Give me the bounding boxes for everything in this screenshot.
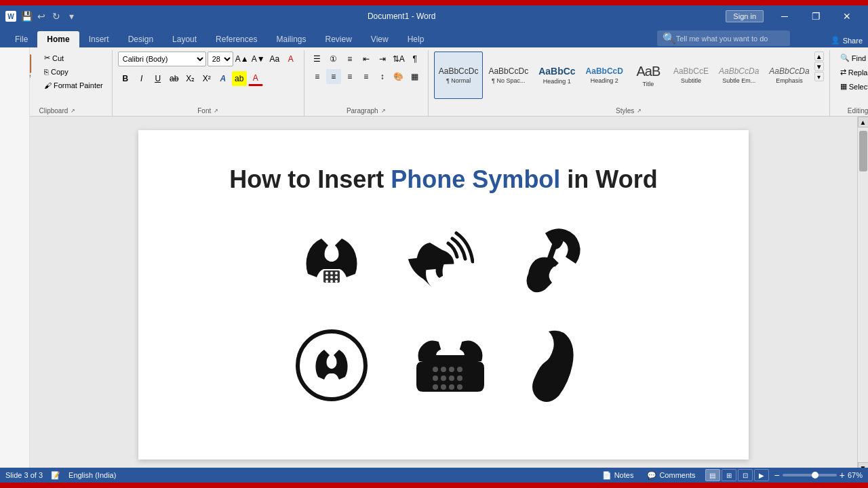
format-painter-icon: 🖌 [44,81,52,89]
comments-icon: 💬 [647,471,656,480]
styles-scroll-up[interactable]: ▲ [814,52,824,61]
redo-button[interactable]: ↻ [50,10,62,22]
svg-point-14 [457,367,462,372]
style-heading2[interactable]: AaBbCcD Heading 2 [581,52,628,99]
increase-indent-button[interactable]: ⇥ [375,52,390,66]
style-no-space[interactable]: AaBbCcDc ¶ No Spac... [484,52,533,99]
tab-home[interactable]: Home [37,31,79,47]
align-center-button[interactable]: ≡ [326,69,341,84]
undo-button[interactable]: ↩ [35,10,47,22]
style-subtitle-label: Subtitle [681,77,701,84]
word-icon: W [5,11,16,22]
tab-references[interactable]: References [206,31,267,47]
ribbon-search[interactable]: 🔍 [657,30,790,46]
styles-expand[interactable]: ▾ [814,72,824,81]
clipboard-expand-icon[interactable]: ↗ [71,108,75,114]
slideshow-button[interactable]: ▶ [754,469,769,481]
tab-layout[interactable]: Layout [163,31,206,47]
multilevel-list-button[interactable]: ≡ [342,52,357,66]
handset-icon [515,223,589,307]
clear-format-button[interactable]: A [283,52,298,66]
style-emphasis[interactable]: AaBbCcDa Emphasis [764,52,814,99]
scroll-thumb[interactable] [859,131,867,171]
style-heading1[interactable]: AaBbCc Heading 1 [534,52,580,99]
decrease-indent-button[interactable]: ⇤ [359,52,374,66]
font-size-select[interactable]: 28 [208,52,233,66]
line-spacing-button[interactable]: ↕ [375,69,390,84]
style-normal[interactable]: AaBbCcDc ¶ Normal [434,52,484,99]
phone-icons-row2 [294,327,593,413]
format-painter-button[interactable]: 🖌 Format Painter [41,79,106,92]
tab-review[interactable]: Review [315,31,361,47]
select-button[interactable]: ▦ Select ▾ [835,80,868,93]
close-button[interactable]: ✕ [831,5,863,27]
zoom-out-button[interactable]: − [774,470,780,480]
styles-scroll-down[interactable]: ▼ [814,62,824,71]
italic-button[interactable]: I [134,71,149,86]
minimize-button[interactable]: ─ [769,5,800,27]
svg-point-21 [449,384,454,390]
tab-insert[interactable]: Insert [79,31,119,47]
underline-button[interactable]: U [151,71,165,86]
notes-button[interactable]: 📄 Notes [598,470,638,481]
bold-button[interactable]: B [118,71,133,86]
copy-button[interactable]: ⎘ Copy [41,66,106,78]
text-highlight-button[interactable]: ab [232,71,247,86]
tab-file[interactable]: File [5,31,37,47]
subscript-button[interactable]: X₂ [183,71,198,86]
numbering-button[interactable]: ① [326,52,341,66]
zoom-area: − + 67% [774,470,863,480]
font-family-select[interactable]: Calibri (Body) [118,52,206,66]
save-button[interactable]: 💾 [20,10,33,22]
bullets-button[interactable]: ☰ [310,52,325,66]
search-input[interactable] [676,35,785,43]
title-bar: W 💾 ↩ ↻ ▾ Document1 - Word Sign in ─ ❐ ✕ [0,5,868,27]
find-button[interactable]: 🔍 Find ▾ [835,52,868,64]
share-button[interactable]: 👤 Share [831,36,863,45]
align-left-button[interactable]: ≡ [310,69,325,84]
vertical-scrollbar[interactable]: ▲ ▼ [857,117,868,473]
font-color-button[interactable]: A [248,71,263,86]
tab-view[interactable]: View [361,31,398,47]
sort-button[interactable]: ⇅A [391,52,406,66]
style-no-space-label: ¶ No Spac... [492,77,525,84]
ribbon-bar: 📋 Paste ✂ Cut ⎘ Copy 🖌 Format Painter [0,47,868,117]
tab-mailings[interactable]: Mailings [267,31,315,47]
borders-button[interactable]: ▦ [408,69,422,84]
align-right-button[interactable]: ≡ [342,69,357,84]
change-case-button[interactable]: Aa [267,52,282,66]
tab-design[interactable]: Design [119,31,163,47]
svg-point-11 [433,367,438,372]
strikethrough-button[interactable]: ab [167,71,182,86]
shading-button[interactable]: 🎨 [391,69,406,84]
normal-view-button[interactable]: ▤ [705,469,720,481]
superscript-button[interactable]: X² [199,71,214,86]
zoom-slider[interactable] [783,474,837,476]
justify-button[interactable]: ≡ [359,69,374,84]
increase-font-button[interactable]: A▲ [235,52,250,66]
text-effects-button[interactable]: A [216,71,231,86]
font-expand-icon[interactable]: ↗ [214,108,218,114]
show-hide-button[interactable]: ¶ [408,52,422,66]
scroll-up-arrow[interactable]: ▲ [858,117,869,127]
scroll-track[interactable] [858,127,869,462]
styles-expand-icon[interactable]: ↗ [637,108,642,114]
paragraph-expand-icon[interactable]: ↗ [381,108,386,114]
svg-point-18 [457,375,462,381]
customize-button[interactable]: ▾ [65,10,77,22]
tab-help[interactable]: Help [398,31,434,47]
replace-button[interactable]: ⇄ Replace [835,66,868,79]
comments-button[interactable]: 💬 Comments [643,470,699,481]
style-title[interactable]: AaB Title [629,52,668,99]
ribbon-tabs: File Home Insert Design Layout Reference… [0,27,868,47]
svg-point-8 [330,280,333,283]
signin-button[interactable]: Sign in [726,10,764,22]
reading-view-button[interactable]: ⊡ [738,469,753,481]
decrease-font-button[interactable]: A▼ [251,52,266,66]
restore-button[interactable]: ❐ [800,5,831,27]
style-subtitle[interactable]: AaBbCcE Subtitle [669,52,713,99]
zoom-in-button[interactable]: + [840,470,845,480]
slide-sorter-button[interactable]: ⊞ [722,469,736,481]
cut-button[interactable]: ✂ Cut [41,52,106,64]
style-subtle-em[interactable]: AaBbCcDa Subtle Em... [714,52,764,99]
